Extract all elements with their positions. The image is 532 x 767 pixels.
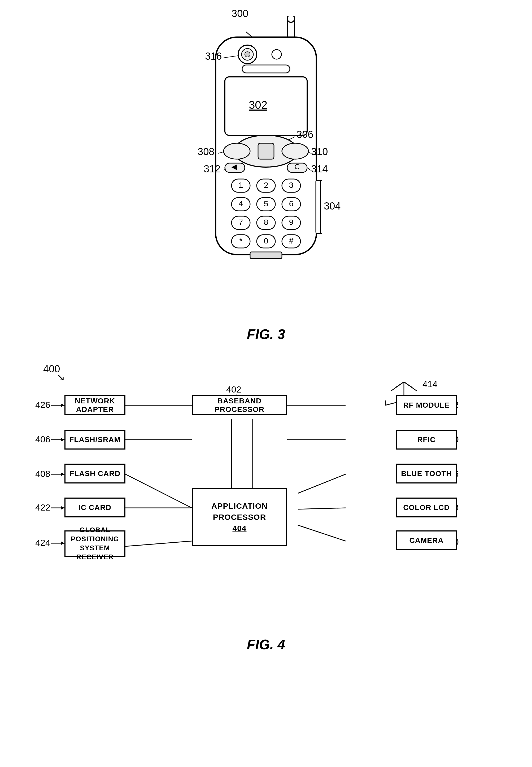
rf-module-block: RF MODULE: [396, 395, 457, 415]
svg-point-16: [282, 143, 308, 159]
svg-text:◀: ◀: [231, 163, 237, 171]
svg-text:314: 314: [311, 163, 328, 175]
svg-rect-47: [316, 180, 321, 233]
camera-block: CAMERA: [396, 530, 457, 550]
phone-svg: 302 306 ◀ C: [147, 16, 385, 321]
svg-text:*: *: [239, 236, 242, 245]
svg-line-71: [125, 474, 192, 508]
ref-300: 300: [232, 8, 248, 19]
svg-line-67: [404, 382, 417, 391]
svg-text:302: 302: [249, 99, 267, 111]
block-diagram: 414: [27, 366, 505, 631]
network-adapter-block: NETWORK ADAPTER: [64, 395, 125, 415]
svg-text:408: 408: [35, 469, 50, 479]
svg-text:310: 310: [311, 146, 328, 157]
svg-text:304: 304: [324, 201, 341, 212]
svg-text:8: 8: [264, 218, 268, 226]
fig4-caption: FIG. 4: [247, 637, 285, 652]
svg-text:6: 6: [289, 199, 294, 208]
svg-line-77: [298, 508, 346, 509]
svg-point-7: [245, 52, 250, 57]
svg-text:308: 308: [198, 146, 214, 157]
svg-line-76: [298, 474, 346, 493]
svg-text:424: 424: [35, 538, 50, 548]
ic-card-block: IC CARD: [64, 498, 125, 517]
bluetooth-block: BLUE TOOTH: [396, 464, 457, 483]
svg-text:312: 312: [204, 163, 220, 175]
svg-text:7: 7: [239, 218, 243, 226]
flash-card-block: FLASH CARD: [64, 464, 125, 483]
svg-rect-9: [242, 65, 290, 73]
phone-diagram: 302 306 ◀ C: [147, 16, 385, 321]
svg-marker-85: [61, 404, 64, 407]
svg-text:4: 4: [239, 199, 243, 208]
svg-text:0: 0: [264, 236, 268, 245]
svg-marker-91: [61, 473, 64, 476]
svg-rect-17: [258, 143, 274, 159]
svg-text:2: 2: [264, 181, 268, 189]
svg-text:422: 422: [35, 502, 50, 512]
svg-text:426: 426: [35, 400, 50, 410]
svg-marker-94: [61, 506, 64, 509]
svg-text:414: 414: [422, 379, 438, 389]
svg-line-66: [391, 382, 404, 391]
flash-sram-block: FLASH/SRAM: [64, 430, 125, 450]
svg-text:316: 316: [205, 51, 222, 62]
fig3-container: 300: [16, 16, 516, 342]
svg-marker-88: [61, 438, 64, 441]
svg-point-8: [272, 50, 281, 59]
svg-text:406: 406: [35, 434, 50, 444]
baseband-block: BASEBAND PROCESSOR: [192, 395, 287, 415]
svg-point-3: [287, 16, 295, 22]
fig4-container: 400 ↘ 414: [16, 363, 516, 652]
rfic-block: RFIC: [396, 430, 457, 450]
svg-point-15: [224, 143, 250, 159]
page: 300: [0, 0, 532, 767]
svg-line-78: [298, 525, 346, 541]
svg-text:1: 1: [239, 181, 243, 189]
color-lcd-block: COLOR LCD: [396, 498, 457, 517]
svg-text:306: 306: [296, 129, 313, 140]
svg-text:5: 5: [264, 199, 268, 208]
svg-marker-97: [61, 542, 64, 545]
svg-text:9: 9: [289, 218, 294, 226]
fig3-caption: FIG. 3: [247, 326, 285, 342]
svg-text:3: 3: [289, 181, 294, 189]
svg-rect-46: [250, 252, 282, 259]
app-processor-block: APPLICATIONPROCESSOR404: [192, 488, 287, 546]
svg-line-73: [125, 541, 192, 546]
gps-block: GLOBAL POSITIONINGSYSTEM RECEIVER: [64, 530, 125, 557]
svg-text:402: 402: [226, 384, 241, 394]
svg-line-65: [404, 382, 412, 387]
svg-text:#: #: [289, 236, 294, 245]
svg-line-64: [396, 382, 404, 387]
svg-text:C: C: [294, 163, 300, 171]
